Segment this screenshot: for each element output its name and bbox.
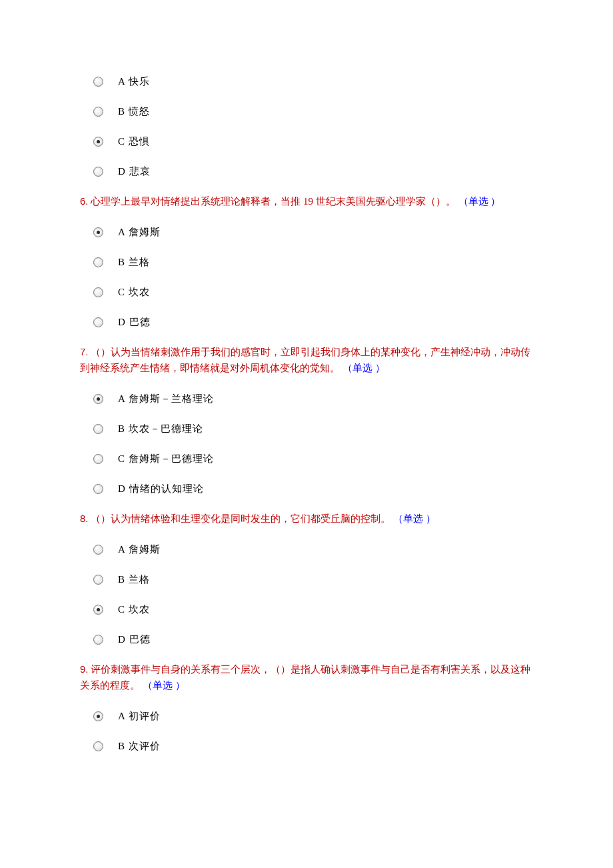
question-body: （）认为当情绪刺激作用于我们的感官时，立即引起我们身体上的某种变化，产生神经冲动… <box>80 347 530 373</box>
question-8: 8. （）认为情绪体验和生理变化是同时发生的，它们都受丘脑的控制。 （单选 ） … <box>80 511 533 655</box>
question-text: 9. 评价刺激事件与自身的关系有三个层次，（）是指人确认刺激事件与自己是否有利害… <box>80 661 533 693</box>
question-text: 6. 心理学上最早对情绪提出系统理论解释者，当推 19 世纪末美国先驱心理学家（… <box>80 193 533 209</box>
radio-icon[interactable] <box>93 394 103 404</box>
option-label: D 情绪的认知理论 <box>118 482 204 496</box>
question-type: （单选 ） <box>342 363 385 373</box>
option-row[interactable]: B 次评价 <box>80 731 533 761</box>
question-text: 7. （）认为当情绪刺激作用于我们的感官时，立即引起我们身体上的某种变化，产生神… <box>80 344 533 376</box>
radio-icon[interactable] <box>93 137 103 147</box>
option-row[interactable]: B 兰格 <box>80 247 533 277</box>
question-number: 8. <box>80 513 89 524</box>
option-label: C 坎农 <box>118 603 150 617</box>
option-label: C 恐惧 <box>118 135 150 149</box>
option-label: D 巴德 <box>118 633 151 647</box>
option-row[interactable]: B 愤怒 <box>80 97 533 127</box>
radio-icon[interactable] <box>93 575 103 585</box>
option-row[interactable]: A 詹姆斯 <box>80 535 533 565</box>
radio-icon[interactable] <box>93 287 103 297</box>
question-9: 9. 评价刺激事件与自身的关系有三个层次，（）是指人确认刺激事件与自己是否有利害… <box>80 661 533 761</box>
option-list: A 快乐 B 愤怒 C 恐惧 D 悲哀 <box>80 67 533 187</box>
option-list: A 詹姆斯－兰格理论 B 坎农－巴德理论 C 詹姆斯－巴德理论 D 情绪的认知理… <box>80 384 533 504</box>
option-label: B 次评价 <box>118 739 161 753</box>
question-type: （单选 ） <box>393 513 436 524</box>
radio-icon[interactable] <box>93 227 103 237</box>
option-row[interactable]: C 坎农 <box>80 595 533 625</box>
option-label: D 悲哀 <box>118 165 151 179</box>
option-row[interactable]: A 初评价 <box>80 701 533 731</box>
radio-icon[interactable] <box>93 77 103 87</box>
option-row[interactable]: B 坎农－巴德理论 <box>80 414 533 444</box>
question-number: 6. <box>80 195 89 207</box>
option-label: B 兰格 <box>118 255 150 269</box>
option-label: B 坎农－巴德理论 <box>118 422 203 436</box>
option-row[interactable]: C 恐惧 <box>80 127 533 157</box>
option-label: B 愤怒 <box>118 105 150 119</box>
option-row[interactable]: A 快乐 <box>80 67 533 97</box>
option-row[interactable]: C 詹姆斯－巴德理论 <box>80 444 533 474</box>
radio-icon[interactable] <box>93 545 103 555</box>
question-number: 7. <box>80 346 89 357</box>
radio-icon[interactable] <box>93 605 103 615</box>
radio-icon[interactable] <box>93 317 103 327</box>
question-6: 6. 心理学上最早对情绪提出系统理论解释者，当推 19 世纪末美国先驱心理学家（… <box>80 193 533 337</box>
option-row[interactable]: D 巴德 <box>80 625 533 655</box>
option-list: A 初评价 B 次评价 <box>80 701 533 761</box>
question-text: 8. （）认为情绪体验和生理变化是同时发生的，它们都受丘脑的控制。 （单选 ） <box>80 511 533 527</box>
question-number: 9. <box>80 663 89 675</box>
question-pre: A 快乐 B 愤怒 C 恐惧 D 悲哀 <box>80 67 533 187</box>
radio-icon[interactable] <box>93 741 103 751</box>
option-row[interactable]: A 詹姆斯－兰格理论 <box>80 384 533 414</box>
option-list: A 詹姆斯 B 兰格 C 坎农 D 巴德 <box>80 217 533 337</box>
option-row[interactable]: A 詹姆斯 <box>80 217 533 247</box>
option-row[interactable]: B 兰格 <box>80 565 533 595</box>
option-label: C 詹姆斯－巴德理论 <box>118 452 214 466</box>
radio-icon[interactable] <box>93 454 103 464</box>
question-body: 心理学上最早对情绪提出系统理论解释者，当推 19 世纪末美国先驱心理学家（）。 <box>91 196 456 207</box>
radio-icon[interactable] <box>93 107 103 117</box>
radio-icon[interactable] <box>93 635 103 645</box>
option-row[interactable]: D 悲哀 <box>80 157 533 187</box>
option-label: C 坎农 <box>118 285 150 299</box>
question-body: （）认为情绪体验和生理变化是同时发生的，它们都受丘脑的控制。 <box>91 513 390 524</box>
question-type: （单选 ） <box>143 680 185 691</box>
radio-icon[interactable] <box>93 257 103 267</box>
option-label: B 兰格 <box>118 573 150 587</box>
radio-icon[interactable] <box>93 484 103 494</box>
option-label: A 詹姆斯 <box>118 543 161 557</box>
option-label: A 詹姆斯 <box>118 225 161 239</box>
radio-icon[interactable] <box>93 424 103 434</box>
option-label: D 巴德 <box>118 315 151 329</box>
radio-icon[interactable] <box>93 167 103 177</box>
question-7: 7. （）认为当情绪刺激作用于我们的感官时，立即引起我们身体上的某种变化，产生神… <box>80 344 533 504</box>
option-list: A 詹姆斯 B 兰格 C 坎农 D 巴德 <box>80 535 533 655</box>
option-label: A 初评价 <box>118 709 161 723</box>
option-label: A 詹姆斯－兰格理论 <box>118 392 214 406</box>
option-row[interactable]: C 坎农 <box>80 277 533 307</box>
question-type: （单选 ） <box>458 196 501 207</box>
option-label: A 快乐 <box>118 75 150 89</box>
option-row[interactable]: D 情绪的认知理论 <box>80 474 533 504</box>
radio-icon[interactable] <box>93 711 103 721</box>
option-row[interactable]: D 巴德 <box>80 307 533 337</box>
